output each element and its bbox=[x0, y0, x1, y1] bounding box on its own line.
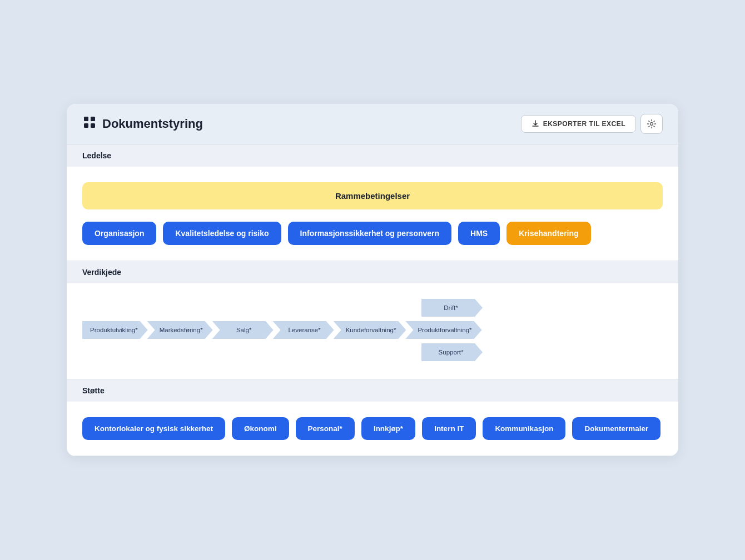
ledelse-section-body: Rammebetingelser Organisasjon Kvalitetsl… bbox=[67, 167, 678, 261]
stoette-section: Støtte Kontorlokaler og fysisk sikkerhet… bbox=[67, 379, 678, 456]
page-title: Dokumentstyring bbox=[102, 117, 203, 131]
verdikjede-section-header: Verdikjede bbox=[67, 261, 678, 283]
kommunikasjon-button[interactable]: Kommunikasjon bbox=[483, 417, 565, 440]
svg-rect-3 bbox=[91, 123, 95, 128]
intern-it-button[interactable]: Intern IT bbox=[422, 417, 476, 440]
rammebetingelser-bar[interactable]: Rammebetingelser bbox=[82, 182, 663, 209]
stoette-section-header: Støtte bbox=[67, 379, 678, 402]
svg-rect-1 bbox=[91, 117, 95, 121]
app-icon bbox=[82, 115, 97, 133]
svg-rect-0 bbox=[84, 117, 88, 121]
hms-button[interactable]: HMS bbox=[458, 222, 500, 245]
kundeforvaltning-chip[interactable]: Kundeforvaltning* bbox=[334, 321, 406, 339]
main-card: Dokumentstyring EKSPORTER TIL EXCEL Lede… bbox=[67, 104, 678, 456]
export-button[interactable]: EKSPORTER TIL EXCEL bbox=[521, 115, 636, 133]
innkjop-button[interactable]: Innkjøp* bbox=[361, 417, 415, 440]
verdikjede-section: Verdikjede Drift* Produktutvikling* Mark… bbox=[67, 261, 678, 379]
drift-chip[interactable]: Drift* bbox=[421, 299, 483, 317]
markedsforing-chip[interactable]: Markedsføring* bbox=[147, 321, 213, 339]
personal-button[interactable]: Personal* bbox=[296, 417, 355, 440]
kontorlokaler-button[interactable]: Kontorlokaler og fysisk sikkerhet bbox=[82, 417, 225, 440]
header-actions: EKSPORTER TIL EXCEL bbox=[521, 114, 663, 134]
krisehandtering-button[interactable]: Krisehandtering bbox=[506, 222, 590, 245]
verdikjede-main-row: Produktutvikling* Markedsføring* Salg* L… bbox=[82, 321, 663, 339]
gear-icon bbox=[647, 119, 657, 129]
svg-point-4 bbox=[650, 123, 653, 126]
app-title-container: Dokumentstyring bbox=[82, 115, 203, 133]
organisasjon-button[interactable]: Organisasjon bbox=[82, 222, 156, 245]
header: Dokumentstyring EKSPORTER TIL EXCEL bbox=[67, 104, 678, 144]
download-icon bbox=[532, 120, 539, 128]
kvalitetsledelse-button[interactable]: Kvalitetsledelse og risiko bbox=[163, 222, 281, 245]
okonomi-button[interactable]: Økonomi bbox=[232, 417, 289, 440]
ledelse-section-header: Ledelse bbox=[67, 144, 678, 167]
informasjonssikkerhet-button[interactable]: Informasjonssikkerhet og personvern bbox=[288, 222, 452, 245]
settings-button[interactable] bbox=[640, 114, 663, 134]
leveranse-chip[interactable]: Leveranse* bbox=[273, 321, 334, 339]
verdikjede-bottom-row: Support* bbox=[82, 343, 663, 361]
svg-rect-2 bbox=[84, 123, 88, 128]
ledelse-buttons: Organisasjon Kvalitetsledelse og risiko … bbox=[82, 222, 663, 245]
produktutvikling-chip[interactable]: Produktutvikling* bbox=[82, 321, 148, 339]
salg-chip[interactable]: Salg* bbox=[212, 321, 274, 339]
dokumentermaler-button[interactable]: Dokumentermaler bbox=[572, 417, 660, 440]
verdikjede-top-row: Drift* bbox=[82, 299, 663, 317]
support-chip[interactable]: Support* bbox=[421, 343, 483, 361]
ledelse-section: Ledelse Rammebetingelser Organisasjon Kv… bbox=[67, 144, 678, 261]
produktforvaltning-chip[interactable]: Produktforvaltning* bbox=[405, 321, 481, 339]
stoette-buttons: Kontorlokaler og fysisk sikkerhet Økonom… bbox=[67, 402, 678, 456]
verdikjede-body: Drift* Produktutvikling* Markedsføring* … bbox=[67, 283, 678, 379]
